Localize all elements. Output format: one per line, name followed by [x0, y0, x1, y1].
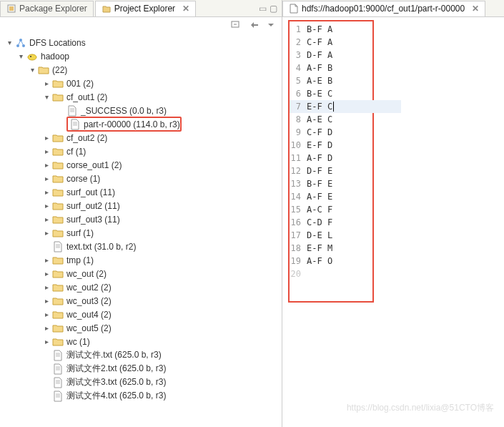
view-menu-icon[interactable] [267, 21, 275, 29]
tree-item[interactable]: surf_out2 (11) [3, 199, 279, 212]
editor-line[interactable]: 6B-E C [290, 87, 372, 100]
maximize-icon[interactable]: ▢ [270, 4, 277, 14]
tab-project-explorer[interactable]: Project Explorer ✕ [95, 1, 196, 16]
tree-item-label: wc_out4 (2) [66, 310, 112, 320]
twisty-closed[interactable] [43, 216, 50, 223]
twisty-closed[interactable] [43, 284, 50, 291]
line-number: 16 [290, 217, 307, 227]
tree-item[interactable]: surf_out (11) [3, 185, 279, 199]
twisty-open[interactable] [43, 94, 50, 101]
tree-item[interactable]: corse_out1 (2) [3, 158, 279, 172]
collapse-all-icon[interactable] [230, 19, 242, 31]
line-text: A-F E [307, 192, 332, 202]
tree-item[interactable]: part-r-00000 (114.0 b, r3) [3, 117, 279, 131]
line-number: 12 [290, 166, 307, 176]
editor-line[interactable]: 16C-D F [290, 216, 372, 229]
line-text: D-F E [307, 166, 332, 176]
minimize-icon[interactable]: ▭ [259, 4, 267, 14]
editor-line[interactable]: 10E-F D [290, 139, 372, 152]
tree-item[interactable]: wc (1) [3, 335, 279, 348]
tree-item[interactable]: wc_out2 (2) [3, 280, 279, 294]
folder-icon [52, 255, 64, 266]
editor-line[interactable]: 11A-F D [290, 152, 372, 165]
tree-item[interactable]: 测试文件3.txt (625.0 b, r3) [3, 376, 279, 389]
tree-item[interactable]: surf_out3 (11) [3, 212, 279, 226]
tree-item[interactable]: cf_out1 (2) [3, 90, 279, 104]
tree-item[interactable]: tmp (1) [3, 253, 279, 267]
twisty-closed[interactable] [43, 311, 50, 318]
tree-item[interactable]: text.txt (31.0 b, r2) [3, 240, 279, 253]
line-number: 1 [290, 24, 307, 34]
editor-line[interactable]: 1B-F A [290, 23, 372, 36]
tree-item[interactable]: _SUCCESS (0.0 b, r3) [3, 104, 279, 117]
twisty-closed[interactable] [43, 338, 50, 345]
tree-item[interactable]: 测试文件.txt (625.0 b, r3) [3, 348, 279, 362]
tree-item[interactable]: surf (1) [3, 226, 279, 240]
close-icon[interactable]: ✕ [472, 4, 479, 14]
folder-icon [52, 92, 64, 103]
twisty-closed[interactable] [43, 80, 50, 87]
editor-line[interactable]: 19A-F O [290, 255, 372, 268]
editor-line[interactable]: 12D-F E [290, 165, 372, 177]
twisty-closed[interactable] [43, 189, 50, 196]
tree-item[interactable]: 测试文件4.txt (625.0 b, r3) [3, 389, 279, 403]
editor-line[interactable]: 8A-E C [290, 113, 372, 126]
tree-item[interactable]: hadoop [3, 49, 279, 63]
tree-item[interactable]: (22) [3, 63, 279, 77]
twisty-open[interactable] [29, 67, 36, 74]
editor-line[interactable]: 13B-F E [290, 177, 372, 190]
twisty-open[interactable] [6, 39, 13, 46]
line-number: 4 [290, 63, 307, 73]
tab-label: Project Explorer [114, 4, 175, 14]
twisty-open[interactable] [17, 53, 24, 60]
twisty-closed[interactable] [43, 134, 50, 142]
tree-item[interactable]: 测试文件2.txt (625.0 b, r3) [3, 362, 279, 376]
editor-line[interactable]: 5A-E B [290, 74, 372, 87]
svg-line-8 [21, 40, 24, 46]
tree-item[interactable]: DFS Locations [3, 36, 279, 49]
tree-item[interactable]: 001 (2) [3, 77, 279, 90]
editor-line[interactable]: 7E-F C [290, 100, 401, 113]
line-number: 7 [290, 102, 307, 112]
twisty-closed[interactable] [43, 148, 50, 155]
twisty-closed[interactable] [43, 257, 50, 264]
editor-line[interactable]: 17D-E L [290, 229, 372, 242]
editor-line[interactable]: 14A-F E [290, 190, 372, 203]
twisty-closed[interactable] [43, 230, 50, 237]
editor[interactable]: 1B-F A2C-F A3D-F A4A-F B5A-E B6B-E C7E-F… [282, 17, 504, 427]
editor-tab[interactable]: hdfs://hadoop01:9000/cf_out1/part-r-0000… [282, 1, 485, 16]
line-text: A-F D [307, 153, 332, 163]
tree-item[interactable]: wc_out3 (2) [3, 294, 279, 308]
twisty-closed[interactable] [43, 298, 50, 305]
line-number: 6 [290, 89, 307, 99]
svg-line-7 [18, 40, 21, 46]
line-number: 14 [290, 192, 307, 202]
twisty-closed[interactable] [43, 202, 50, 210]
editor-line[interactable]: 2C-F A [290, 36, 372, 49]
line-text: A-E C [307, 114, 332, 124]
tree-item[interactable]: wc_out4 (2) [3, 308, 279, 321]
tree-item[interactable]: cf (1) [3, 144, 279, 158]
close-icon[interactable]: ✕ [182, 4, 189, 14]
project-tree[interactable]: DFS Locationshadoop(22)001 (2)cf_out1 (2… [0, 33, 282, 427]
file-icon [52, 377, 64, 388]
tree-item-label: wc_out (2) [66, 269, 107, 279]
twisty-closed[interactable] [43, 175, 50, 182]
editor-line[interactable]: 3D-F A [290, 49, 372, 62]
tab-package-explorer[interactable]: Package Explorer [0, 1, 94, 16]
tree-item[interactable]: corse (1) [3, 172, 279, 185]
twisty-closed[interactable] [43, 325, 50, 332]
editor-line-empty[interactable]: 20 [290, 268, 372, 280]
editor-line[interactable]: 18E-F M [290, 242, 372, 255]
editor-line[interactable]: 9C-F D [290, 126, 372, 139]
editor-line[interactable]: 4A-F B [290, 62, 372, 74]
tree-item[interactable]: cf_out2 (2) [3, 131, 279, 144]
twisty-closed[interactable] [43, 270, 50, 278]
line-text: A-F B [307, 63, 332, 73]
tree-item-label: wc (1) [66, 337, 90, 347]
link-editor-icon[interactable] [249, 19, 260, 31]
tree-item[interactable]: wc_out5 (2) [3, 321, 279, 335]
editor-line[interactable]: 15A-C F [290, 203, 372, 216]
twisty-closed[interactable] [43, 162, 50, 169]
tree-item[interactable]: wc_out (2) [3, 267, 279, 280]
